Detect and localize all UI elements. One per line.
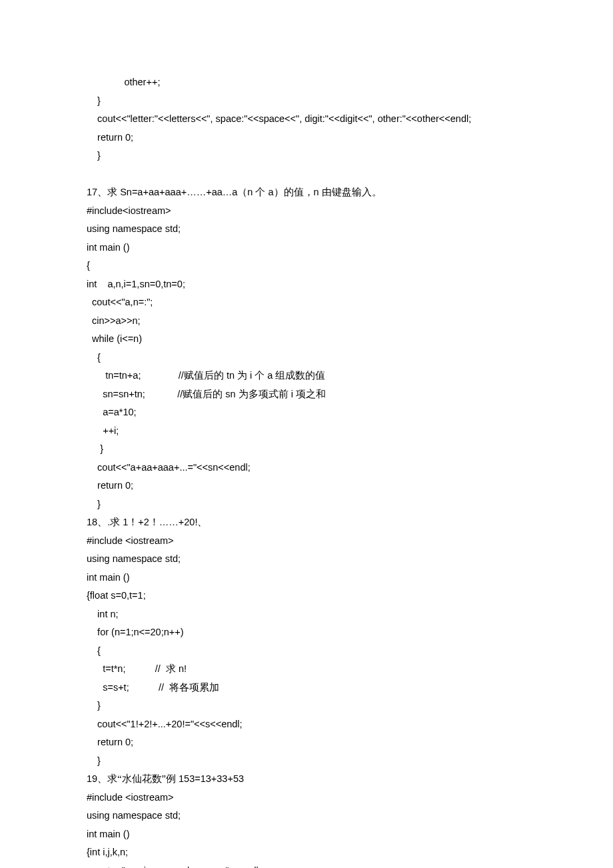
code-line: cout<<"letter:"<<letters<<", space:"<<sp… [87,110,526,129]
code-line: a=a*10; [87,403,526,422]
code-line: while (i<=n) [87,330,526,349]
code-line: ++i; [87,422,526,441]
code-line: cout<<"narcissus numbers are:"<<endl; [87,862,526,869]
code-line: { [87,257,526,275]
code-line: {float s=0,t=1; [87,587,526,605]
code-line: 18、.求 1！+2！……+20!、 [87,513,526,532]
code-line: #include <iostream> [87,532,526,551]
code-line: } [87,495,526,514]
code-line: cout<<"1!+2!+...+20!="<<s<<endl; [87,715,526,734]
code-line: } [87,440,526,459]
code-line: { [87,349,526,367]
code-line: #include <iostream> [87,789,526,807]
code-line: using namespace std; [87,807,526,825]
code-line: cout<<"a,n=:"; [87,293,526,312]
code-line: } [87,147,526,165]
code-line: return 0; [87,129,526,147]
code-line: int main () [87,239,526,257]
code-line: } [87,697,526,715]
code-line: for (n=1;n<=20;n++) [87,623,526,642]
code-line: t=t*n; // 求 n! [87,660,526,679]
code-line: #include<iostream> [87,202,526,221]
code-line: } [87,92,526,111]
code-line: sn=sn+tn; //赋值后的 sn 为多项式前 i 项之和 [87,385,526,404]
code-line: int a,n,i=1,sn=0,tn=0; [87,275,526,294]
code-line: other++; [87,73,526,92]
code-line: return 0; [87,477,526,495]
code-line: return 0; [87,733,526,752]
code-line: 19、求“水仙花数”例 153=13+33+53 [87,770,526,789]
code-line: using namespace std; [87,220,526,239]
code-line: int n; [87,605,526,624]
code-line: } [87,752,526,771]
document-page: other++; } cout<<"letter:"<<letters<<", … [0,0,613,868]
code-line: int main () [87,825,526,844]
code-line: {int i,j,k,n; [87,843,526,862]
code-line: using namespace std; [87,550,526,569]
code-line: tn=tn+a; //赋值后的 tn 为 i 个 a 组成数的值 [87,367,526,385]
code-line: cout<<"a+aa+aaa+...="<<sn<<endl; [87,459,526,477]
code-line: { [87,642,526,661]
code-line: int main () [87,569,526,587]
code-line [87,165,526,184]
code-line: cin>>a>>n; [87,312,526,331]
code-line: s=s+t; // 将各项累加 [87,679,526,697]
code-line: 17、求 Sn=a+aa+aaa+……+aa…a（n 个 a）的值，n 由键盘输… [87,183,526,202]
